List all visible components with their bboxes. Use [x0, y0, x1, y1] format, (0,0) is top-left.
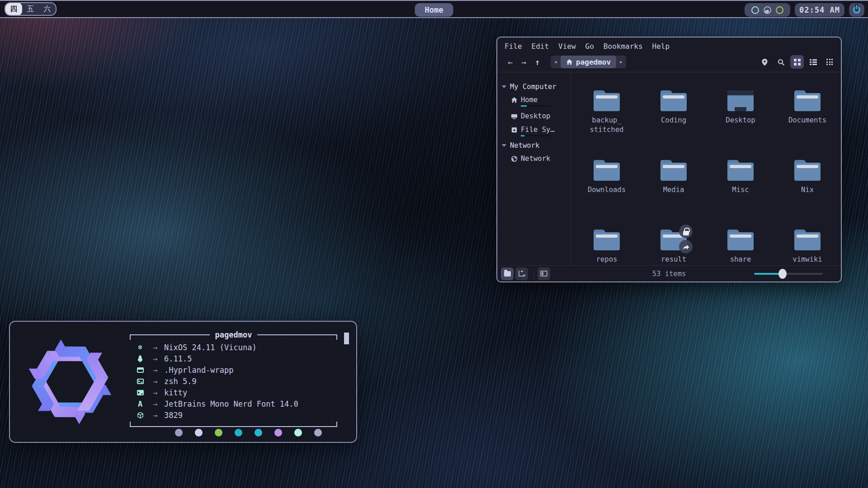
up-button[interactable]: ↑ — [531, 57, 544, 67]
grid-view-icon[interactable] — [790, 55, 804, 69]
penguin-icon — [134, 355, 146, 362]
menu-edit[interactable]: Edit — [532, 42, 549, 51]
file-name: backup_ stitched — [590, 116, 624, 135]
file-manager-body: My Computer Home Desktop File Sy… — [497, 72, 841, 265]
packages-value: 3829 — [164, 411, 183, 420]
menu-go[interactable]: Go — [585, 42, 594, 51]
back-button[interactable]: ← — [504, 57, 517, 67]
sidebar-item-label: Desktop — [521, 112, 550, 120]
toolbar: ← → ↑ ◀ pagedmov ▶ — [497, 54, 841, 72]
folder-icon — [660, 90, 687, 111]
file-item-share[interactable]: share — [707, 230, 774, 299]
color-palette — [160, 429, 337, 436]
shell-icon — [134, 379, 146, 384]
sidebar-item-label: Network — [521, 155, 550, 163]
workspace-6[interactable]: 六 — [39, 2, 56, 16]
sidebar-item-desktop[interactable]: Desktop — [497, 109, 571, 123]
file-name: repos — [596, 255, 618, 264]
filesystem-icon — [511, 127, 518, 133]
file-item-documents[interactable]: Documents — [774, 90, 841, 160]
package-icon — [134, 412, 146, 419]
sidebar-item-filesystem[interactable]: File Sy… — [497, 123, 571, 139]
file-item-result[interactable]: result — [640, 230, 707, 299]
zoom-slider[interactable] — [754, 270, 823, 278]
arrow-icon: → — [146, 354, 164, 363]
status-ring-green-icon[interactable] — [776, 6, 783, 14]
file-item-desktop[interactable]: Desktop — [707, 90, 774, 160]
location-pin-icon[interactable] — [758, 55, 771, 69]
file-name: Nix — [801, 185, 814, 195]
file-manager-window: File Edit View Go Bookmarks Help ← → ↑ ◀… — [496, 37, 842, 282]
file-item-downloads[interactable]: Downloads — [573, 160, 640, 230]
tray-indicators — [745, 3, 790, 17]
file-item-repos[interactable]: repos — [573, 230, 640, 299]
workspace-4[interactable]: 四 — [5, 2, 22, 16]
menu-view[interactable]: View — [558, 42, 576, 51]
search-icon[interactable] — [774, 55, 788, 69]
list-view-icon[interactable] — [807, 55, 820, 69]
path-scroll-left-icon[interactable]: ◀ — [551, 60, 561, 64]
path-segment-home[interactable]: pagedmov — [561, 56, 616, 68]
window-icon — [134, 367, 146, 373]
nixos-logo — [10, 322, 130, 442]
palette-dot — [294, 429, 302, 436]
folder-icon — [794, 230, 821, 250]
sidebar-item-network[interactable]: Network — [497, 152, 571, 165]
desktop-folder-icon — [727, 90, 754, 111]
folder-icon — [727, 230, 754, 250]
file-item-nix[interactable]: Nix — [774, 160, 841, 230]
home-icon — [566, 59, 573, 66]
palette-dot — [274, 429, 282, 436]
disk-usage-bar — [521, 105, 551, 107]
side-panel-button[interactable] — [538, 267, 550, 280]
file-name: result — [661, 255, 686, 264]
fastfetch-row-wm: → .Hyprland-wrapp — [134, 364, 356, 375]
status-ring-cyan-icon[interactable] — [751, 6, 759, 14]
file-name: Media — [663, 185, 684, 195]
sidebar-item-label: Home — [521, 96, 551, 104]
shortcut-emblem-icon — [679, 240, 693, 253]
sidebar-item-label: File Sy… — [521, 126, 555, 134]
top-bar: 四 五 六 Home 02:54 AM — [0, 0, 868, 18]
workspace-5[interactable]: 五 — [22, 2, 39, 16]
sidebar-group-network[interactable]: Network — [497, 139, 571, 152]
fastfetch-row-kernel: → 6.11.5 — [134, 353, 356, 364]
compact-view-icon[interactable] — [823, 55, 836, 69]
slider-knob[interactable] — [778, 269, 787, 279]
file-name: vimwiki — [793, 255, 822, 264]
power-button[interactable] — [849, 3, 864, 17]
menu-file[interactable]: File — [505, 42, 522, 51]
folder-view-button[interactable] — [501, 267, 514, 280]
os-value: NixOS 24.11 (Vicuna) — [164, 343, 257, 352]
path-scroll-right-icon[interactable]: ▶ — [616, 60, 626, 64]
slider-track[interactable] — [754, 273, 823, 275]
status-ring-moon-icon[interactable] — [764, 6, 771, 14]
folder-icon — [594, 160, 620, 181]
terminal-window: pagedmov ❄ → NixOS 24.11 (Vicuna) → 6.11… — [9, 321, 357, 443]
sidebar: My Computer Home Desktop File Sy… — [497, 72, 571, 265]
arrow-icon: → — [146, 399, 164, 408]
tree-view-button[interactable] — [515, 267, 528, 280]
file-item-media[interactable]: Media — [640, 160, 707, 230]
file-grid: backup_ stitched Coding Desktop Document… — [571, 72, 841, 265]
file-name: Coding — [661, 116, 686, 125]
fastfetch-rows: ❄ → NixOS 24.11 (Vicuna) → 6.11.5 → .Hyp… — [130, 338, 356, 423]
desktop-icon — [511, 113, 518, 120]
file-item-vimwiki[interactable]: vimwiki — [774, 230, 841, 299]
folder-icon — [594, 230, 620, 250]
menu-bookmarks[interactable]: Bookmarks — [604, 42, 643, 51]
sidebar-item-home[interactable]: Home — [497, 93, 571, 109]
file-name: share — [730, 255, 751, 264]
file-item-backup-stitched[interactable]: backup_ stitched — [573, 90, 640, 160]
menu-help[interactable]: Help — [652, 42, 670, 51]
forward-button[interactable]: → — [517, 57, 531, 67]
sidebar-group-my-computer[interactable]: My Computer — [497, 80, 571, 93]
font-icon: A — [134, 399, 146, 408]
folder-icon — [594, 90, 620, 111]
fastfetch-row-terminal: → kitty — [134, 387, 356, 398]
arrow-icon: → — [146, 388, 164, 397]
file-item-coding[interactable]: Coding — [640, 90, 707, 160]
items-count: 53 items — [652, 270, 686, 278]
file-item-misc[interactable]: Misc — [707, 160, 774, 230]
terminal-cursor — [344, 333, 349, 344]
